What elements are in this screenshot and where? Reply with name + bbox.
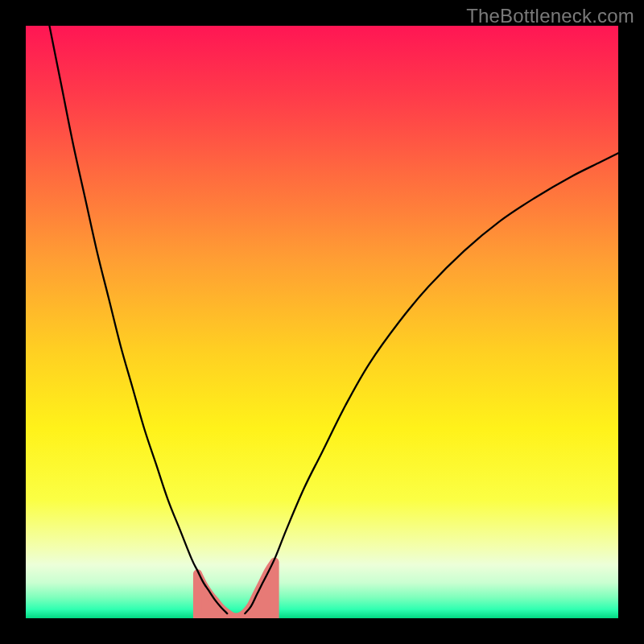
left-curve xyxy=(49,26,227,613)
chart-frame: TheBottleneck.com xyxy=(0,0,644,644)
plot-area xyxy=(26,26,618,618)
chart-curves xyxy=(26,26,618,618)
watermark-text: TheBottleneck.com xyxy=(466,5,634,27)
right-curve xyxy=(245,153,618,613)
